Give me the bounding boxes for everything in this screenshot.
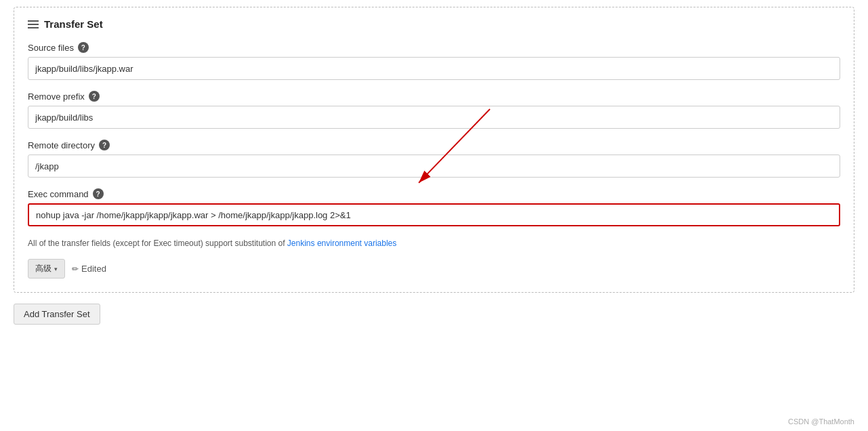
remove-prefix-group: Remove prefix ? [28, 91, 840, 129]
remote-directory-help-icon[interactable]: ? [99, 140, 110, 150]
exec-command-label: Exec command ? [28, 188, 840, 199]
jenkins-env-vars-link[interactable]: Jenkins environment variables [287, 239, 396, 248]
remove-prefix-input[interactable] [28, 106, 840, 129]
card-header: Transfer Set [28, 18, 840, 30]
remove-prefix-help-icon[interactable]: ? [89, 91, 100, 102]
remote-directory-label: Remote directory ? [28, 140, 840, 150]
drag-handle-icon[interactable] [28, 20, 39, 28]
card-footer: 高级 ▾ ✏ Edited [28, 259, 840, 279]
source-files-group: Source files ? [28, 42, 840, 80]
hint-text: All of the transfer fields (except for E… [28, 237, 840, 249]
source-files-help-icon[interactable]: ? [78, 42, 89, 53]
exec-command-help-icon[interactable]: ? [93, 188, 104, 199]
source-files-input[interactable] [28, 57, 840, 80]
pencil-icon: ✏ [72, 264, 79, 274]
exec-command-wrapper [28, 203, 840, 226]
transfer-set-title: Transfer Set [44, 18, 103, 30]
remote-directory-input[interactable] [28, 155, 840, 178]
main-content: Transfer Set Source files ? Remove prefi… [0, 0, 868, 338]
edited-label: Edited [81, 264, 106, 274]
exec-command-group: Exec command ? [28, 188, 840, 226]
advanced-button[interactable]: 高级 ▾ [28, 259, 65, 279]
remote-directory-group: Remote directory ? [28, 140, 840, 178]
remove-prefix-label: Remove prefix ? [28, 91, 840, 102]
add-transfer-set-button[interactable]: Add Transfer Set [14, 304, 100, 325]
exec-command-input[interactable] [28, 203, 840, 226]
page-wrapper: Transfer Set Source files ? Remove prefi… [0, 0, 868, 431]
chevron-down-icon: ▾ [54, 266, 58, 272]
transfer-set-card: Transfer Set Source files ? Remove prefi… [14, 7, 854, 293]
watermark: CSDN @ThatMonth [788, 417, 854, 426]
source-files-label: Source files ? [28, 42, 840, 53]
edited-badge: ✏ Edited [72, 264, 106, 274]
